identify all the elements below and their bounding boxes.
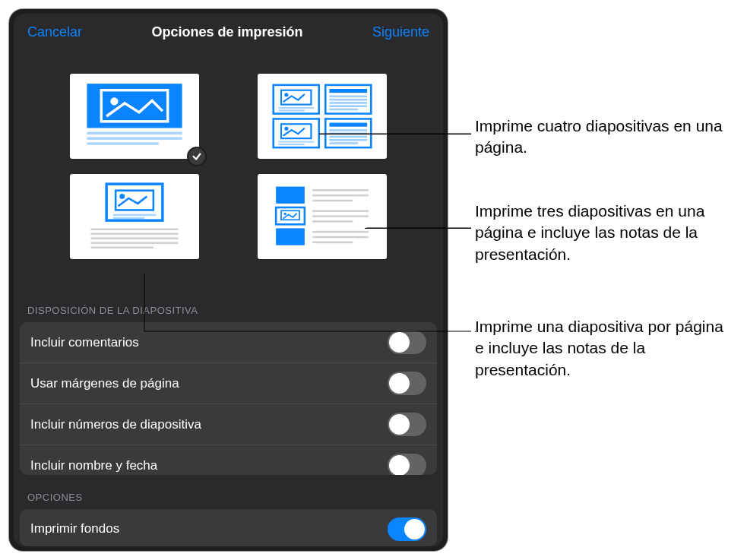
callout-line-four-up [319,134,471,134]
section-header-layout: DISPOSICIÓN DE LA DIAPOSITIVA [14,274,443,322]
row-include-comments: Incluir comentarios [20,322,437,363]
svg-rect-29 [330,142,359,144]
svg-rect-7 [281,90,311,105]
options-list: Imprimir fondos [20,509,437,546]
label-slide-numbers: Incluir números de diapositiva [30,417,201,432]
toggle-slide-numbers[interactable] [388,413,426,436]
svg-rect-50 [312,220,353,223]
svg-rect-27 [330,136,368,138]
svg-rect-33 [112,214,156,217]
svg-rect-17 [330,109,359,111]
svg-rect-10 [279,109,305,111]
row-print-backgrounds: Imprimir fondos [20,509,437,546]
svg-rect-34 [112,217,144,220]
layout-single-slide[interactable] [70,74,199,159]
svg-rect-52 [312,236,369,239]
svg-rect-9 [279,107,314,109]
svg-point-8 [285,93,289,96]
layout-three-with-notes[interactable] [258,174,387,259]
single-notes-icon [76,180,193,253]
svg-rect-47 [312,200,353,202]
svg-rect-5 [87,142,158,144]
toggle-page-margins[interactable] [388,372,426,395]
svg-rect-31 [116,191,154,210]
toggle-print-backgrounds[interactable] [388,517,426,541]
label-include-comments: Incluir comentarios [30,335,139,350]
label-print-backgrounds: Imprimir fondos [30,521,119,536]
svg-rect-4 [87,137,182,139]
selected-check-icon [187,147,207,166]
layout-thumbnails [14,51,443,274]
dialog-title: Opciones de impresión [151,24,302,40]
svg-rect-12 [330,89,368,93]
svg-rect-39 [90,246,153,248]
svg-rect-37 [90,237,178,239]
dialog-header: Cancelar Opciones de impresión Siguiente [14,14,443,51]
svg-rect-49 [312,215,369,217]
svg-rect-16 [330,105,368,107]
next-button[interactable]: Siguiente [372,24,429,40]
callout-three-notes: Imprime tres diapositivas en una página … [475,201,733,265]
svg-point-20 [285,127,289,131]
svg-rect-15 [330,102,368,104]
row-page-margins: Usar márgenes de página [20,363,437,404]
svg-rect-21 [279,141,314,143]
svg-rect-13 [330,96,368,98]
cancel-button[interactable]: Cancelar [27,24,82,40]
svg-rect-28 [330,139,368,141]
callout-four-up: Imprime cuatro diapositivas en una págin… [475,115,733,159]
toggle-name-date[interactable] [388,454,426,475]
svg-rect-35 [90,228,178,230]
svg-rect-53 [312,242,353,244]
svg-rect-44 [276,228,305,245]
label-name-date: Incluir nombre y fecha [30,458,157,473]
label-page-margins: Usar márgenes de página [30,376,179,391]
section-header-options: OPCIONES [14,475,443,509]
print-options-dialog: Cancelar Opciones de impresión Siguiente [9,9,448,551]
single-slide-icon [76,80,193,153]
svg-rect-3 [87,132,182,134]
svg-rect-19 [281,124,311,138]
row-slide-numbers: Incluir números de diapositiva [20,404,437,445]
svg-rect-25 [330,129,368,131]
dialog-inner: Cancelar Opciones de impresión Siguiente [14,14,443,546]
layout-options-list: Incluir comentarios Usar márgenes de pág… [20,322,437,475]
svg-rect-36 [90,233,178,235]
svg-rect-46 [312,195,369,197]
svg-rect-24 [330,123,368,127]
svg-rect-14 [330,99,368,101]
toggle-include-comments[interactable] [388,331,426,354]
four-slides-icon [264,80,381,153]
callout-line-three-notes [365,228,471,229]
callout-single-notes: Imprime una diapositiva por página e inc… [475,316,733,381]
layout-single-with-notes[interactable] [70,174,199,259]
svg-rect-40 [276,187,305,204]
svg-rect-22 [279,144,305,145]
svg-point-2 [110,97,118,105]
svg-rect-48 [312,210,369,212]
svg-point-43 [284,213,286,215]
svg-rect-51 [312,231,369,233]
svg-rect-45 [312,189,369,191]
row-name-date: Incluir nombre y fecha [20,445,437,475]
layout-four-slides[interactable] [258,74,387,159]
three-notes-icon [264,180,381,253]
svg-rect-38 [90,242,178,244]
svg-point-32 [119,194,125,199]
